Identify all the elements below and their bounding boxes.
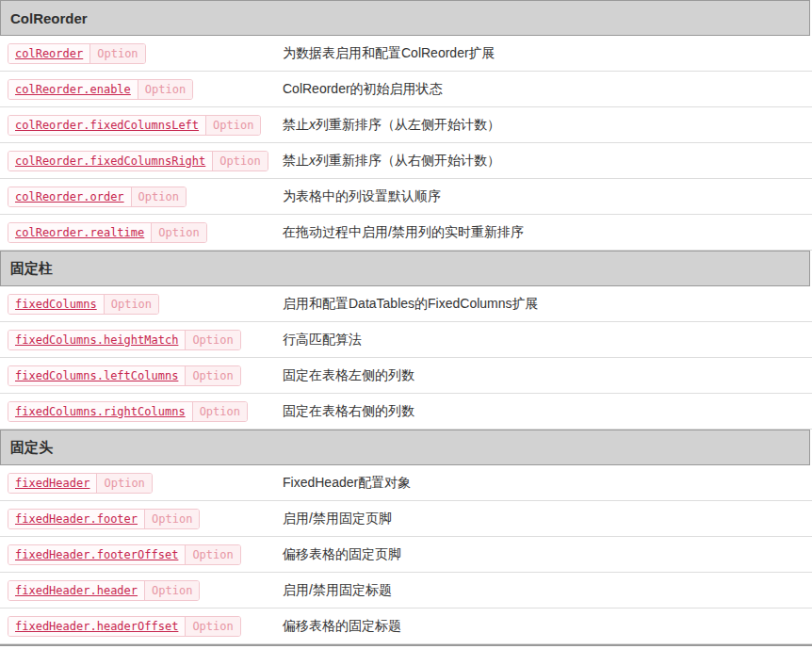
option-badge: fixedColumns.heightMatchOption (8, 330, 241, 350)
option-code-cell: fixedHeader.headerOption (8, 580, 283, 601)
option-code-cell: fixedColumnsOption (8, 294, 283, 315)
option-description: 偏移表格的固定标题 (283, 618, 401, 635)
option-type-label: Option (151, 223, 205, 242)
option-description: 为数据表启用和配置ColReorder扩展 (283, 45, 495, 62)
option-description: 启用/禁用固定页脚 (283, 511, 392, 527)
description-text: 固定在表格左侧的列数 (283, 367, 414, 382)
option-description: ColReorder的初始启用状态 (283, 81, 443, 98)
option-link[interactable]: fixedHeader.header (8, 581, 144, 600)
option-code-cell: colReorder.enableOption (8, 79, 283, 100)
description-text: 列重新排序（从右侧开始计数） (316, 153, 500, 168)
option-link[interactable]: colReorder.fixedColumnsLeft (8, 116, 205, 135)
description-text: 启用/禁用固定页脚 (283, 511, 392, 526)
option-row: colReorder.enableOptionColReorder的初始启用状态 (0, 72, 812, 107)
option-code-cell: colReorder.realtimeOption (8, 222, 283, 243)
option-link[interactable]: fixedHeader.footerOffset (8, 545, 185, 564)
option-badge: colReorder.orderOption (8, 187, 187, 207)
option-badge: fixedHeader.headerOption (8, 580, 200, 601)
option-row: fixedColumns.leftColumnsOption固定在表格左侧的列数 (0, 358, 812, 394)
option-type-label: Option (185, 617, 239, 636)
description-text: 列重新排序（从左侧开始计数） (316, 117, 500, 132)
description-text: 为表格中的列设置默认顺序 (283, 188, 441, 203)
option-type-label: Option (89, 44, 144, 63)
option-row: fixedColumns.heightMatchOption行高匹配算法 (0, 322, 812, 358)
option-type-label: Option (212, 152, 267, 170)
option-row: colReorder.fixedColumnsLeftOption禁止x列重新排… (0, 107, 812, 143)
option-code-cell: colReorderOption (8, 43, 283, 64)
description-text: 启用/禁用固定标题 (283, 582, 392, 597)
description-text: 为数据表启用和配置ColReorder扩展 (283, 45, 495, 60)
option-description: 禁止x列重新排序（从左侧开始计数） (283, 117, 500, 134)
option-row: fixedColumns.rightColumnsOption固定在表格右侧的列… (0, 394, 812, 430)
option-badge: fixedHeader.headerOffsetOption (8, 616, 241, 637)
option-row: colReorderOption为数据表启用和配置ColReorder扩展 (0, 36, 812, 72)
description-text: 固定在表格右侧的列数 (283, 403, 414, 418)
option-type-label: Option (185, 331, 239, 349)
description-text: 偏移表格的固定标题 (283, 618, 401, 633)
option-code-cell: colReorder.orderOption (8, 187, 283, 207)
option-type-label: Option (131, 187, 186, 206)
section-title: 固定头 (10, 439, 53, 457)
option-description: 行高匹配算法 (283, 332, 362, 349)
option-row: fixedColumnsOption启用和配置DataTables的FixedC… (0, 286, 812, 322)
option-badge: fixedHeader.footerOffsetOption (8, 544, 241, 565)
option-row: fixedHeader.footerOffsetOption偏移表格的固定页脚 (0, 537, 812, 573)
option-row: colReorder.fixedColumnsRightOption禁止x列重新… (0, 143, 812, 179)
option-badge: fixedHeader.footerOption (8, 509, 200, 529)
description-text: FixedHeader配置对象 (283, 475, 411, 490)
option-link[interactable]: fixedColumns (8, 295, 104, 314)
option-link[interactable]: fixedColumns.leftColumns (8, 366, 185, 385)
section-title: 固定柱 (10, 260, 53, 278)
option-link[interactable]: fixedColumns.rightColumns (8, 402, 192, 421)
option-link[interactable]: colReorder (8, 44, 89, 63)
option-code-cell: fixedHeader.footerOption (8, 509, 283, 529)
option-description: 在拖动过程中启用/禁用列的实时重新排序 (283, 224, 524, 241)
option-type-label: Option (185, 366, 239, 385)
option-code-cell: colReorder.fixedColumnsRightOption (8, 151, 283, 171)
option-description: 偏移表格的固定页脚 (283, 546, 401, 563)
option-link[interactable]: fixedHeader.footer (8, 510, 144, 528)
option-row: fixedHeader.footerOption启用/禁用固定页脚 (0, 501, 812, 537)
option-row: fixedHeaderOptionFixedHeader配置对象 (0, 465, 812, 501)
option-type-label: Option (192, 402, 247, 421)
option-description: 固定在表格右侧的列数 (283, 403, 414, 420)
option-link[interactable]: colReorder.enable (8, 80, 138, 99)
option-row: fixedHeader.headerOffsetOption偏移表格的固定标题 (0, 608, 812, 644)
option-row: colReorder.orderOption为表格中的列设置默认顺序 (0, 179, 812, 215)
option-badge: colReorder.realtimeOption (8, 222, 207, 243)
option-type-label: Option (185, 545, 239, 564)
option-link[interactable]: fixedColumns.heightMatch (8, 331, 185, 349)
option-badge: fixedColumns.rightColumnsOption (8, 401, 248, 422)
option-link[interactable]: colReorder.realtime (8, 223, 151, 242)
option-link[interactable]: colReorder.fixedColumnsRight (8, 152, 212, 170)
option-description: 启用和配置DataTables的FixedColumns扩展 (283, 296, 539, 313)
section-title: ColReorder (10, 10, 88, 26)
option-type-label: Option (205, 116, 260, 135)
option-link[interactable]: fixedHeader.headerOffset (8, 617, 185, 636)
option-description: 启用/禁用固定标题 (283, 582, 392, 599)
option-description: 禁止x列重新排序（从右侧开始计数） (283, 153, 500, 170)
option-code-cell: fixedHeader.headerOffsetOption (8, 616, 283, 637)
option-row: colReorder.realtimeOption在拖动过程中启用/禁用列的实时… (0, 215, 812, 251)
description-variable: x (309, 153, 316, 168)
option-type-label: Option (144, 581, 199, 600)
option-code-cell: fixedColumns.rightColumnsOption (8, 401, 283, 422)
description-text: 偏移表格的固定页脚 (283, 546, 401, 561)
option-link[interactable]: colReorder.order (8, 187, 131, 206)
option-badge: colReorder.fixedColumnsRightOption (8, 151, 268, 171)
section-header-1: 固定柱 (0, 251, 810, 286)
section-header-0: ColReorder (0, 0, 810, 36)
description-text: 在拖动过程中启用/禁用列的实时重新排序 (283, 224, 524, 239)
option-row: fixedHeader.headerOption启用/禁用固定标题 (0, 573, 812, 608)
table-bottom-border (0, 644, 812, 646)
description-text: ColReorder的初始启用状态 (283, 81, 443, 96)
description-text: 行高匹配算法 (283, 332, 362, 347)
option-link[interactable]: fixedHeader (8, 474, 96, 493)
option-type-label: Option (144, 510, 199, 528)
description-text: 启用和配置DataTables的FixedColumns扩展 (283, 296, 539, 311)
option-type-label: Option (96, 474, 151, 493)
option-description: FixedHeader配置对象 (283, 475, 411, 492)
option-code-cell: fixedColumns.heightMatchOption (8, 330, 283, 350)
section-header-2: 固定头 (0, 430, 810, 465)
option-code-cell: colReorder.fixedColumnsLeftOption (8, 115, 283, 136)
